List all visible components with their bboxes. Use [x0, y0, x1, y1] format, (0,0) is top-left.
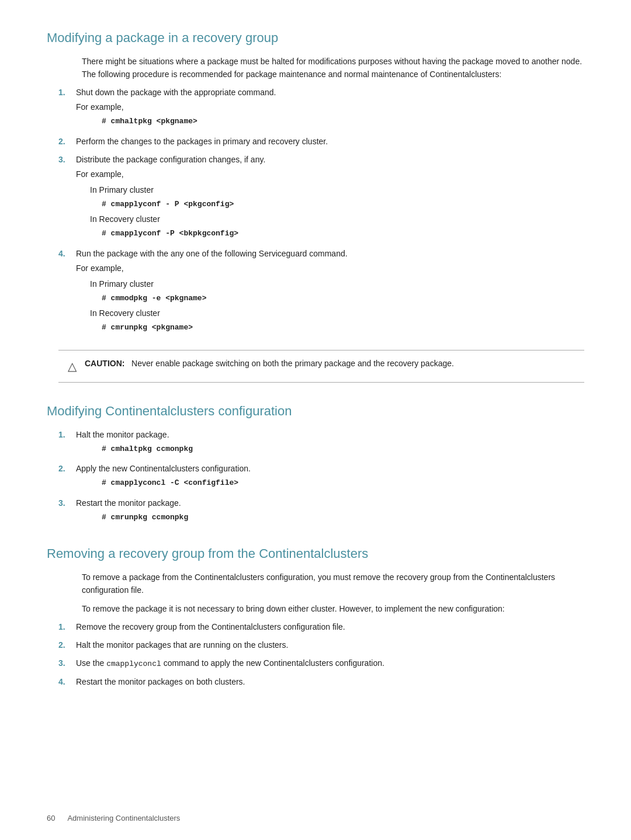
list-item: 1. Remove the recovery group from the Co… [47, 621, 584, 633]
list-item: 2. Halt the monitor packages that are ru… [47, 639, 584, 651]
list-item: 1. Shut down the package with the approp… [47, 86, 584, 130]
section-modifying-config: Modifying Continentalclusters configurat… [47, 401, 584, 526]
list-item: 3. Distribute the package configuration … [47, 154, 584, 242]
code-indent: # cmapplyconcl -C <configfile> [76, 477, 584, 489]
step-content: Run the package with the any one of the … [76, 248, 584, 336]
section3-intro2: To remove the package it is not necessar… [82, 603, 584, 616]
step-text: Restart the monitor package. [76, 498, 181, 508]
code-indent: # cmhaltpkg ccmonpkg [76, 443, 584, 455]
step-content: Distribute the package configuration cha… [76, 154, 584, 242]
code-line: # cmhaltpkg ccmonpkg [102, 443, 584, 455]
caution-message: Never enable package switching on both t… [131, 359, 454, 368]
section-removing-group: Removing a recovery group from the Conti… [47, 544, 584, 688]
step-text: Halt the monitor package. [76, 430, 169, 439]
caution-box: △ CAUTION: Never enable package switchin… [58, 350, 584, 383]
section1-title: Modifying a package in a recovery group [47, 28, 584, 47]
for-example-label: For example, [76, 168, 584, 181]
section3-intro1: To remove a package from the Continental… [82, 571, 584, 596]
step-number: 2. [58, 136, 76, 148]
step-number: 4. [58, 248, 76, 260]
step-number: 1. [58, 86, 76, 99]
step-number: 2. [58, 639, 76, 651]
step-text: Halt the monitor packages that are runni… [76, 640, 288, 650]
step-number: 3. [58, 154, 76, 166]
section2-title: Modifying Continentalclusters configurat… [47, 401, 584, 421]
step-content: Halt the monitor packages that are runni… [76, 639, 584, 651]
step-text: Restart the monitor packages on both clu… [76, 677, 245, 686]
step-number: 1. [58, 621, 76, 633]
step-content: Shut down the package with the appropria… [76, 86, 584, 130]
code-line: # cmhaltpkg <pkgname> [102, 116, 584, 127]
step-number: 3. [58, 497, 76, 509]
list-item: 4. Restart the monitor packages on both … [47, 676, 584, 688]
step-content: Restart the monitor package. # cmrunpkg … [76, 497, 584, 526]
list-item: 2. Apply the new Continentalclusters con… [47, 463, 584, 491]
for-example-label: For example, [76, 101, 584, 113]
step-content: Halt the monitor package. # cmhaltpkg cc… [76, 429, 584, 457]
step-content: Apply the new Continentalclusters config… [76, 463, 584, 491]
code-line: # cmmodpkg -e <pkgname> [102, 293, 584, 304]
page-footer: 60 Administering Continentalclusters [47, 813, 180, 824]
list-item: 1. Halt the monitor package. # cmhaltpkg… [47, 429, 584, 457]
list-item: 3. Use the cmapplyconcl command to apply… [47, 657, 584, 670]
step-text: Run the package with the any one of the … [76, 249, 348, 258]
code-inline: cmapplyconcl [106, 659, 161, 668]
cluster-label: In Recovery cluster [90, 213, 584, 225]
for-example-label: For example, [76, 262, 584, 275]
step-text: Shut down the package with the appropria… [76, 88, 276, 97]
section2-steps: 1. Halt the monitor package. # cmhaltpkg… [47, 429, 584, 526]
step-number: 4. [58, 676, 76, 688]
cluster-label: In Recovery cluster [90, 307, 584, 320]
section1-intro: There might be situations where a packag… [82, 55, 584, 81]
caution-label: CAUTION: [85, 359, 124, 368]
list-item: 2. Perform the changes to the packages i… [47, 136, 584, 148]
caution-text: CAUTION: Never enable package switching … [85, 357, 454, 370]
caution-triangle-icon: △ [68, 357, 77, 375]
step-text: Apply the new Continentalclusters config… [76, 464, 251, 473]
code-line: # cmrunpkg ccmonpkg [102, 512, 584, 523]
step-content: Remove the recovery group from the Conti… [76, 621, 584, 633]
cluster-label: In Primary cluster [90, 184, 584, 196]
step-number: 2. [58, 463, 76, 475]
step-content: Use the cmapplyconcl command to apply th… [76, 657, 584, 670]
section3-steps: 1. Remove the recovery group from the Co… [47, 621, 584, 688]
code-line: # cmrunpkg <pkgname> [102, 322, 584, 334]
step-content: Restart the monitor packages on both clu… [76, 676, 584, 688]
code-line: # cmapplyconcl -C <configfile> [102, 477, 584, 489]
section-modifying-package: Modifying a package in a recovery group … [47, 28, 584, 383]
step-text: Perform the changes to the packages in p… [76, 137, 328, 146]
page-number: 60 [47, 814, 55, 822]
footer-title: Administering Continentalclusters [67, 814, 180, 822]
code-indent: # cmhaltpkg <pkgname> [76, 116, 584, 127]
step-text: Distribute the package configuration cha… [76, 155, 265, 164]
list-item: 4. Run the package with the any one of t… [47, 248, 584, 336]
step-content: Perform the changes to the packages in p… [76, 136, 584, 148]
page: Modifying a package in a recovery group … [0, 0, 631, 840]
code-indent: In Primary cluster # cmapplyconf - P <pk… [76, 184, 584, 239]
code-line: # cmapplyconf - P <pkgconfig> [102, 199, 584, 210]
step-number: 1. [58, 429, 76, 441]
section1-steps: 1. Shut down the package with the approp… [47, 86, 584, 336]
step-number: 3. [58, 657, 76, 669]
code-line: # cmapplyconf -P <bkpkgconfig> [102, 228, 584, 239]
code-indent: In Primary cluster # cmmodpkg -e <pkgnam… [76, 278, 584, 334]
step-text-prefix: Use the [76, 658, 106, 668]
cluster-label: In Primary cluster [90, 278, 584, 290]
list-item: 3. Restart the monitor package. # cmrunp… [47, 497, 584, 526]
step-text: Remove the recovery group from the Conti… [76, 622, 345, 631]
section3-title: Removing a recovery group from the Conti… [47, 544, 584, 563]
code-indent: # cmrunpkg ccmonpkg [76, 512, 584, 523]
step-text-suffix: command to apply the new Continentalclus… [161, 658, 384, 668]
